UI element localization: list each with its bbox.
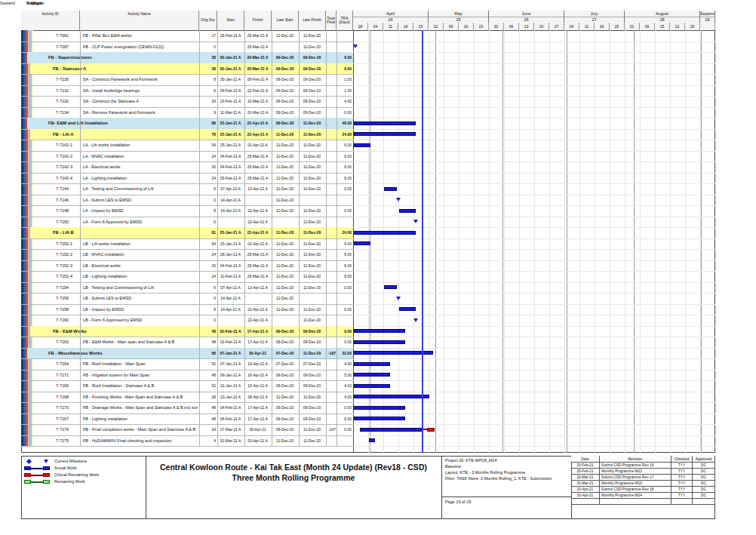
activity-id: 7-7134 — [56, 107, 81, 118]
revision-cell — [693, 499, 715, 505]
start-value: 30-Jan-21 A — [217, 63, 244, 75]
timeline-week-cell: 30 — [489, 23, 504, 30]
tra-value: 6.00 — [335, 140, 352, 151]
activity-id: 7-7150 — [56, 217, 81, 228]
orig-dur-value: 30 — [199, 260, 216, 272]
chart-row-line — [353, 183, 715, 184]
start-value: 09-Feb-21 A — [217, 85, 244, 97]
tra-value — [335, 315, 352, 326]
activity-name: SA - Remove Falsework and Formwork — [83, 107, 198, 118]
tra-value: 0.00 — [335, 326, 352, 337]
timeline-month-label: August — [625, 11, 699, 17]
tra-value: 6.00 — [335, 238, 352, 250]
activity-id: 7-7160 — [56, 315, 81, 326]
gantt-bar-actual — [354, 417, 405, 420]
revision-cell: TYY — [671, 469, 693, 475]
chart-month-gridline — [701, 30, 702, 453]
late-start-value: 11-Dec-20 — [272, 271, 298, 282]
legend-bar-link-icon — [31, 468, 43, 469]
revision-col-header: Checked — [671, 456, 693, 463]
finish-value: 17-Apr-21 A — [244, 326, 271, 337]
finish-value: 25-Mar-21 A — [244, 151, 271, 162]
late-start-value: 09-Dec-20 — [272, 424, 298, 435]
orig-dur-value: 86 — [199, 118, 216, 129]
chart-week-gridline — [534, 30, 535, 453]
finish-value: 10-Mar-21 A — [244, 96, 271, 107]
tra-value: 32.00 — [335, 348, 352, 359]
start-value: 11-Mar-21 A — [217, 107, 244, 118]
table-column-line — [272, 30, 272, 446]
activity-name: LA - Submit LES to EMSD — [83, 195, 198, 206]
finish-value: 10-Apr-21 A — [244, 370, 271, 381]
orig-dur-value: 54 — [199, 140, 216, 151]
finish-value: 25-Mar-21 A — [244, 42, 271, 53]
chart-week-gridline — [429, 30, 429, 453]
timeline-week-cell: 28 — [353, 23, 368, 30]
activity-id: 7-7166 — [56, 380, 81, 392]
chart-row-line — [353, 271, 715, 272]
revision-cell: TYY — [671, 493, 693, 499]
late-finish-value: 11-Dec-20 — [299, 183, 325, 195]
finish-value: 22-Apr-21 A — [244, 129, 271, 140]
revision-cell: TYY — [671, 463, 693, 469]
column-header: Total Float — [326, 11, 337, 30]
late-start-value: 09-Dec-20 — [272, 326, 298, 337]
activity-id: 7-7091 — [56, 30, 81, 42]
revision-col-header: Date — [571, 456, 600, 463]
orig-dur-value: 48 — [199, 337, 216, 348]
chart-week-gridline — [383, 30, 384, 453]
late-finish-value: 09-Dec-20 — [299, 107, 325, 118]
revision-cell: DC — [693, 469, 715, 475]
chart-row-line — [353, 293, 715, 294]
late-finish-value: 09-Dec-20 — [299, 52, 325, 63]
start-value: 07-Jan-21 A — [217, 348, 244, 359]
timeline-week-cell: 18 — [595, 23, 610, 30]
tra-value: 5.00 — [335, 370, 352, 381]
late-start-value: 11-Dec-20 — [272, 227, 298, 238]
activity-name: LB - Submit LES to EMSD — [83, 293, 198, 304]
timeline-month-cell: April24 — [353, 11, 429, 23]
late-finish-value: 09-Dec-20 — [299, 380, 325, 392]
tra-value: 0.00 — [335, 183, 352, 195]
activity-name: SA - Construct Falsework and Formwork — [83, 74, 198, 85]
summary-name: FB - Lift A — [53, 129, 196, 140]
chart-row-line — [353, 205, 715, 206]
tra-value: 0.00 — [335, 337, 352, 348]
start-value: 21-Jan-21 A — [217, 380, 244, 392]
late-start-value: 11-Dec-20 — [272, 161, 298, 173]
start-value: 09-Jan-21 A — [217, 370, 244, 381]
chart-row-line — [353, 337, 715, 337]
finish-value: 22-Apr-21 A — [244, 315, 271, 326]
start-value: 25-Jan-21 A — [217, 140, 244, 151]
table-column-line — [199, 30, 200, 446]
orig-dur-value: 24 — [199, 96, 216, 107]
legend-bar-icon — [43, 473, 50, 477]
info-divider — [441, 497, 571, 497]
tra-value: 6.00 — [335, 161, 352, 173]
activity-id: 7-7142-1 — [56, 140, 81, 151]
revision-cell — [571, 499, 600, 505]
chart-row-line — [353, 414, 715, 414]
tra-value: 6.00 — [335, 63, 352, 75]
revision-cell: Monthly Programme M24 — [600, 493, 671, 499]
late-start-value: 11-Dec-20 — [272, 140, 298, 151]
finish-value — [244, 293, 271, 304]
start-value: 25-Feb-21 A — [217, 30, 244, 42]
tra-value: 4.00 — [335, 380, 352, 392]
finish-value: 30-Apr-21 — [244, 424, 271, 435]
activity-id: 7-7146 — [56, 195, 81, 206]
timeline-week-cell: 20 — [534, 23, 549, 30]
timeline-week-cell: 13 — [519, 23, 534, 30]
late-start-value: 09-Dec-20 — [272, 337, 298, 348]
late-start-value: 11-Dec-20 — [272, 238, 298, 250]
activity-id: 7-7097 — [56, 42, 81, 53]
activity-name: LA - Lighting installation — [83, 173, 198, 184]
revision-cell: DC — [693, 463, 715, 469]
revision-cell: TYY — [671, 475, 693, 481]
chart-row-line — [353, 348, 715, 349]
revision-cell: Submit CSD Programme Rev 18 — [600, 487, 671, 493]
column-header: Activity Name — [80, 11, 199, 30]
timeline-month-label: September — [700, 11, 715, 17]
tra-value: 0.00 — [335, 107, 352, 118]
activity-name: FB - E&M Works - Main span and Staircase… — [83, 337, 198, 348]
